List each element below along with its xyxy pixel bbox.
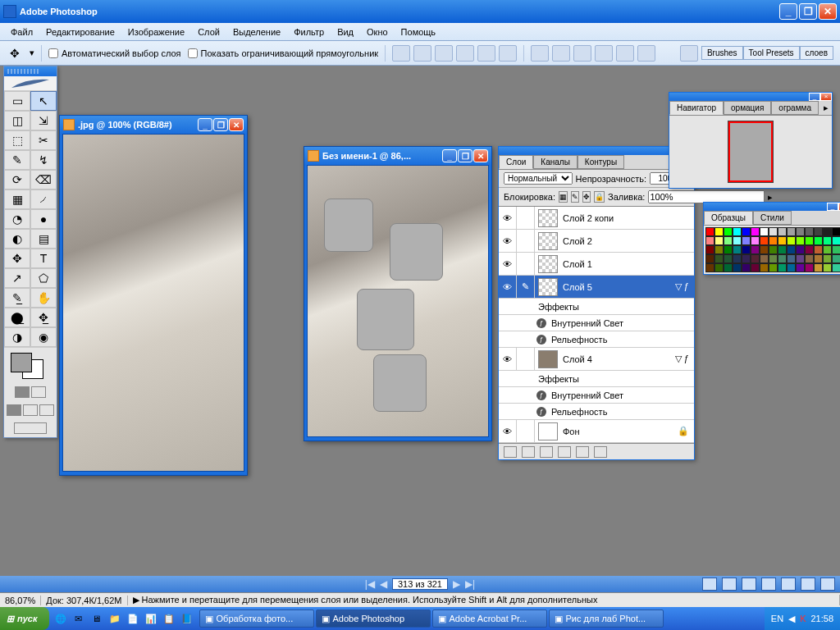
swatch-cell[interactable] <box>787 254 796 263</box>
tray-icon[interactable]: K <box>800 614 806 623</box>
pager-tool-button[interactable] <box>722 578 737 591</box>
swatch-cell[interactable] <box>751 263 760 272</box>
swatch-cell[interactable] <box>796 245 805 254</box>
doc1-titlebar[interactable]: .jpg @ 100% (RGB/8#) _ ❐ ✕ <box>60 116 247 134</box>
pager-tool-button[interactable] <box>702 578 717 591</box>
tool-button[interactable]: ⟳ <box>4 170 30 189</box>
align-button[interactable] <box>456 45 474 62</box>
swatch-cell[interactable] <box>814 254 823 263</box>
layer-row[interactable]: 👁Слой 4▽ ƒ <box>499 348 694 371</box>
tab-paths[interactable]: Контуры <box>578 155 624 169</box>
swatch-cell[interactable] <box>724 227 733 236</box>
swatch-cell[interactable] <box>760 245 769 254</box>
standard-mode-button[interactable] <box>15 386 30 398</box>
layer-name[interactable]: Слой 2 <box>561 236 694 246</box>
pager-tool-button[interactable] <box>742 578 756 591</box>
language-indicator[interactable]: EN <box>771 614 783 623</box>
swatch-cell[interactable] <box>714 245 724 254</box>
menu-file[interactable]: Файл <box>7 25 37 39</box>
swatch-cell[interactable] <box>751 254 760 263</box>
tool-button[interactable]: ⟋ <box>30 189 57 209</box>
tab-info[interactable]: ормация <box>724 101 771 115</box>
link-toggle[interactable] <box>517 207 535 229</box>
swatch-cell[interactable] <box>769 245 778 254</box>
tool-button[interactable]: ⇲ <box>30 111 57 130</box>
menu-help[interactable]: Помощь <box>397 25 441 39</box>
swatch-cell[interactable] <box>823 254 832 263</box>
swatch-cell[interactable] <box>805 263 814 272</box>
swatch-cell[interactable] <box>714 254 724 263</box>
swatch-cell[interactable] <box>705 245 714 254</box>
auto-select-checkbox[interactable]: Автоматический выбор слоя <box>48 48 181 58</box>
jump-to-button[interactable] <box>14 422 47 434</box>
menu-layer[interactable]: Слой <box>194 25 224 39</box>
tool-button[interactable]: ◐ <box>4 229 30 249</box>
layer-row[interactable]: Эффекты <box>499 371 694 387</box>
swatch-cell[interactable] <box>787 245 796 254</box>
menu-select[interactable]: Выделение <box>229 25 285 39</box>
swatch-cell[interactable] <box>742 263 751 272</box>
pager-tool-button[interactable] <box>781 578 796 591</box>
layer-row[interactable]: 👁✎Слой 5▽ ƒ <box>499 276 694 299</box>
lock-all-icon[interactable]: 🔒 <box>594 191 605 203</box>
menu-view[interactable]: Вид <box>333 25 358 39</box>
swatch-cell[interactable] <box>724 263 733 272</box>
layer-row[interactable]: ƒВнутренний Свет <box>499 315 694 331</box>
tool-button[interactable]: ▤ <box>30 229 57 249</box>
swatch-cell[interactable] <box>705 254 714 263</box>
swatch-cell[interactable] <box>733 245 742 254</box>
tool-dropdown-icon[interactable]: ▾ <box>30 48 34 58</box>
swatch-cell[interactable] <box>787 236 796 245</box>
quicklaunch-icon[interactable]: 🖥 <box>89 610 105 627</box>
visibility-toggle[interactable]: 👁 <box>499 276 517 298</box>
swatch-cell[interactable] <box>760 227 769 236</box>
foreground-color-swatch[interactable] <box>11 353 32 372</box>
color-swatch-area[interactable] <box>4 347 57 383</box>
link-toggle[interactable] <box>517 253 535 275</box>
palette-drag-handle[interactable] <box>4 66 57 76</box>
layer-thumbnail[interactable] <box>538 209 558 227</box>
visibility-toggle[interactable]: 👁 <box>499 207 517 229</box>
swatch-cell[interactable] <box>814 263 823 272</box>
swatch-cell[interactable] <box>760 254 769 263</box>
layer-name[interactable]: Слой 5 <box>561 282 675 292</box>
swatch-cell[interactable] <box>805 254 814 263</box>
navigator-panel-head[interactable]: _× <box>669 93 832 101</box>
swatch-cell[interactable] <box>796 227 805 236</box>
swatch-cell[interactable] <box>733 263 742 272</box>
link-toggle[interactable] <box>517 230 535 252</box>
swatch-cell[interactable] <box>742 254 751 263</box>
layer-mask-button[interactable] <box>522 446 535 458</box>
swatch-cell[interactable] <box>832 236 840 245</box>
layer-thumbnail[interactable] <box>538 350 558 368</box>
swatch-cell[interactable] <box>705 236 714 245</box>
swatch-cell[interactable] <box>705 263 714 272</box>
link-toggle[interactable] <box>517 348 535 370</box>
swatch-cell[interactable] <box>705 227 714 236</box>
swatch-cell[interactable] <box>714 236 724 245</box>
palette-well-icon[interactable] <box>680 45 698 62</box>
swatch-cell[interactable] <box>796 236 805 245</box>
swatch-cell[interactable] <box>769 263 778 272</box>
panel-minimize-button[interactable]: _ <box>827 203 838 211</box>
panel-minimize-button[interactable]: _ <box>809 93 820 101</box>
quicklaunch-icon[interactable]: 📘 <box>179 610 195 627</box>
show-bounds-checkbox[interactable]: Показать ограничивающий прямоугольник <box>188 48 379 58</box>
layer-row[interactable]: 👁Слой 1 <box>499 253 694 276</box>
swatch-cell[interactable] <box>823 245 832 254</box>
swatch-cell[interactable] <box>823 263 832 272</box>
quicklaunch-icon[interactable]: 📁 <box>107 610 123 627</box>
swatch-cell[interactable] <box>724 254 733 263</box>
doc2-titlebar[interactable]: Без имени-1 @ 86,... _ ❐ ✕ <box>304 147 491 165</box>
screen-mode-button[interactable] <box>7 404 21 416</box>
layer-list[interactable]: 👁Слой 2 копи👁Слой 2👁Слой 1👁✎Слой 5▽ ƒЭфф… <box>499 207 694 443</box>
layer-name[interactable]: Слой 4 <box>561 354 675 364</box>
lock-paint-icon[interactable]: ✎ <box>571 191 579 203</box>
swatch-cell[interactable] <box>796 263 805 272</box>
zoom-level[interactable]: 86,07% <box>0 596 41 605</box>
layer-row[interactable]: 👁Фон🔒 <box>499 420 694 443</box>
swatch-cell[interactable] <box>769 254 778 263</box>
doc1-close-button[interactable]: ✕ <box>229 118 244 131</box>
visibility-toggle[interactable]: 👁 <box>499 348 517 370</box>
screen-mode-button[interactable] <box>39 404 54 416</box>
